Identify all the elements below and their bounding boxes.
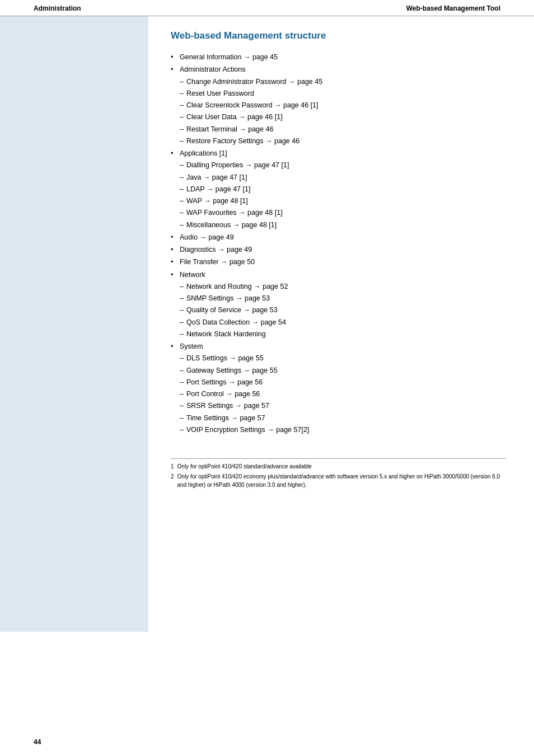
sub-list-item: Dialling Properties → page 47 [1] (180, 159, 506, 171)
sub-list-item: Clear User Data → page 46 [1] (180, 111, 506, 123)
list-item: Audio → page 49 (171, 232, 506, 243)
sub-list-item: Reset User Password (180, 88, 506, 100)
sub-list: Dialling Properties → page 47 [1]Java → … (180, 159, 506, 231)
footnote-text: Only for optiPoint 410/420 economy plus/… (177, 472, 506, 489)
list-item-label: File Transfer → page 50 (180, 258, 255, 266)
footnote-number: 2 (171, 472, 174, 489)
sub-list: Change Administrator Password → page 45R… (180, 76, 506, 148)
footnote-text: Only for optiPoint 410/420 standard/adva… (177, 462, 312, 471)
list-item-label: Network (180, 271, 205, 279)
footer-notes: 1Only for optiPoint 410/420 standard/adv… (171, 458, 506, 489)
sub-list-item: Java → page 47 [1] (180, 172, 506, 184)
sub-list: Network and Routing → page 52SNMP Settin… (180, 281, 506, 340)
sub-list-item: Miscellaneous → page 48 [1] (180, 219, 506, 231)
list-item-label: System (180, 342, 203, 350)
sub-list-item: Change Administrator Password → page 45 (180, 76, 506, 88)
sub-list-item: Clear Screenlock Password → page 46 [1] (180, 100, 506, 111)
sub-list-item: DLS Settings → page 55 (180, 353, 506, 364)
sub-list-item: Time Settings → page 57 (180, 412, 506, 424)
sidebar (0, 16, 148, 632)
sub-list-item: Network and Routing → page 52 (180, 281, 506, 293)
footnote: 2Only for optiPoint 410/420 economy plus… (171, 472, 506, 489)
header-right: Web-based Management Tool (406, 4, 500, 12)
header: Administration Web-based Management Tool (0, 0, 534, 16)
sub-list-item: SNMP Settings → page 53 (180, 293, 506, 304)
page-title: Web-based Management structure (171, 30, 506, 41)
sub-list-item: Port Settings → page 56 (180, 377, 506, 388)
list-item: SystemDLS Settings → page 55Gateway Sett… (171, 341, 506, 436)
list-item: Administrator ActionsChange Administrato… (171, 64, 506, 147)
sub-list-item: QoS Data Collection → page 54 (180, 317, 506, 328)
content-area: Web-based Management structure General I… (0, 16, 534, 632)
sub-list-item: SRSR Settings → page 57 (180, 400, 506, 412)
list-item-label: Audio → page 49 (180, 233, 234, 241)
list-item: Applications [1]Dialling Properties → pa… (171, 148, 506, 231)
list-item-label: General Information → page 45 (180, 53, 278, 61)
footnote: 1Only for optiPoint 410/420 standard/adv… (171, 462, 506, 471)
sub-list-item: WAP → page 48 [1] (180, 195, 506, 207)
sub-list-item: Port Control → page 56 (180, 388, 506, 400)
list-item: General Information → page 45 (171, 51, 506, 63)
sub-list-item: Gateway Settings → page 55 (180, 365, 506, 377)
sub-list: DLS Settings → page 55Gateway Settings →… (180, 353, 506, 436)
list-item-label: Diagnostics → page 49 (180, 246, 252, 253)
sub-list-item: LDAP → page 47 [1] (180, 184, 506, 195)
list-item: NetworkNetwork and Routing → page 52SNMP… (171, 269, 506, 341)
sub-list-item: VOIP Encryption Settings → page 57[2] (180, 424, 506, 436)
list-item-label: Administrator Actions (180, 65, 245, 73)
list-item-label: Applications [1] (180, 149, 227, 157)
sub-list-item: Quality of Service → page 53 (180, 304, 506, 316)
footnote-number: 1 (171, 462, 174, 471)
header-left: Administration (34, 4, 81, 12)
page: Administration Web-based Management Tool… (0, 0, 534, 756)
sub-list-item: Restore Factory Settings → page 46 (180, 135, 506, 147)
sub-list-item: Network Stack Hardening (180, 328, 506, 340)
sub-list-item: Restart Terminal → page 46 (180, 124, 506, 135)
list-item: File Transfer → page 50 (171, 256, 506, 268)
main-content: Web-based Management structure General I… (148, 16, 534, 632)
structure-list: General Information → page 45Administrat… (171, 51, 506, 436)
sub-list-item: WAP Favourites → page 48 [1] (180, 207, 506, 219)
page-number: 44 (34, 738, 41, 746)
list-item: Diagnostics → page 49 (171, 244, 506, 256)
